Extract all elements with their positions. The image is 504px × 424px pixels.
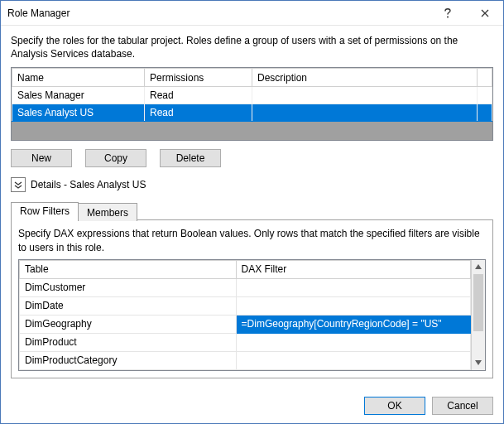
filter-cell-table[interactable]: DimCustomer <box>20 278 237 296</box>
tab-row-filters[interactable]: Row Filters <box>11 202 79 220</box>
role-cell-permissions[interactable]: Read <box>145 104 252 122</box>
roles-buttons: New Copy Delete <box>11 149 493 167</box>
scroll-up-icon[interactable] <box>472 260 485 274</box>
role-row[interactable]: Sales ManagerRead <box>12 87 492 104</box>
tabs: Row Filters Members <box>11 202 493 220</box>
filters-intro: Specify DAX expressions that return Bool… <box>18 227 486 253</box>
double-chevron-down-icon <box>13 180 23 190</box>
window-title: Role Manager <box>1 7 429 19</box>
roles-grid[interactable]: Name Permissions Description Sales Manag… <box>11 67 493 141</box>
dialog-footer: OK Cancel <box>1 388 503 424</box>
filter-row[interactable]: DimCustomer <box>20 278 471 296</box>
cancel-button[interactable]: Cancel <box>432 397 493 415</box>
role-cell-name[interactable]: Sales Analyst US <box>12 104 145 122</box>
role-cell-description[interactable] <box>252 104 478 122</box>
dialog-body: Specify the roles for the tabular projec… <box>1 26 503 388</box>
col-description[interactable]: Description <box>252 69 478 87</box>
details-toggle[interactable] <box>11 177 26 192</box>
role-cell-description[interactable] <box>252 87 478 104</box>
filter-row[interactable]: DimGeography=DimGeography[CountryRegionC… <box>20 315 471 333</box>
delete-button[interactable]: Delete <box>160 149 221 167</box>
details-toggle-row: Details - Sales Analyst US <box>11 177 493 192</box>
filter-cell-table[interactable]: DimProductCategory <box>20 351 237 369</box>
filter-cell-table[interactable]: DimDate <box>20 296 237 315</box>
scroll-thumb[interactable] <box>473 274 483 331</box>
col-dax[interactable]: DAX Filter <box>236 260 470 278</box>
filter-row[interactable]: DimProductCategory <box>20 351 471 369</box>
col-permissions[interactable]: Permissions <box>145 69 252 87</box>
tab-members[interactable]: Members <box>78 203 137 221</box>
svg-point-0 <box>447 16 449 17</box>
ok-button[interactable]: OK <box>364 397 425 415</box>
filter-row[interactable]: DimProduct <box>20 333 471 351</box>
scroll-track[interactable] <box>472 274 485 356</box>
row-filters-panel: Specify DAX expressions that return Bool… <box>11 219 493 378</box>
filter-row[interactable]: DimDate <box>20 296 471 315</box>
filter-cell-table[interactable]: DimProduct <box>20 333 237 351</box>
intro-text: Specify the roles for the tabular projec… <box>11 34 493 60</box>
filter-cell-dax[interactable] <box>236 333 470 351</box>
roles-grid-padding <box>12 122 492 140</box>
role-cell-spacer <box>478 87 492 104</box>
role-cell-permissions[interactable]: Read <box>145 87 252 104</box>
filter-cell-dax[interactable]: =DimGeography[CountryRegionCode] = "US" <box>236 315 470 333</box>
col-spacer <box>478 69 492 87</box>
col-name[interactable]: Name <box>12 69 145 87</box>
titlebar: Role Manager <box>1 1 503 26</box>
close-button[interactable] <box>466 1 503 26</box>
role-row[interactable]: Sales Analyst USRead <box>12 104 492 122</box>
tabstrip <box>137 219 493 220</box>
role-cell-spacer <box>478 104 492 122</box>
new-button[interactable]: New <box>11 149 72 167</box>
col-table[interactable]: Table <box>20 260 237 278</box>
close-icon <box>481 9 489 17</box>
copy-button[interactable]: Copy <box>85 149 146 167</box>
filter-cell-table[interactable]: DimGeography <box>20 315 237 333</box>
filters-scrollbar[interactable] <box>471 260 485 370</box>
filters-grid[interactable]: Table DAX Filter DimCustomerDimDateDimGe… <box>18 259 486 371</box>
help-button[interactable] <box>429 1 466 26</box>
role-manager-dialog: Role Manager Specify the roles for the t… <box>0 0 504 424</box>
details-label: Details - Sales Analyst US <box>31 179 146 190</box>
role-cell-name[interactable]: Sales Manager <box>12 87 145 104</box>
filter-cell-dax[interactable] <box>236 278 470 296</box>
scroll-down-icon[interactable] <box>472 356 485 370</box>
help-icon <box>444 7 452 19</box>
filter-cell-dax[interactable] <box>236 296 470 315</box>
filter-cell-dax[interactable] <box>236 351 470 369</box>
